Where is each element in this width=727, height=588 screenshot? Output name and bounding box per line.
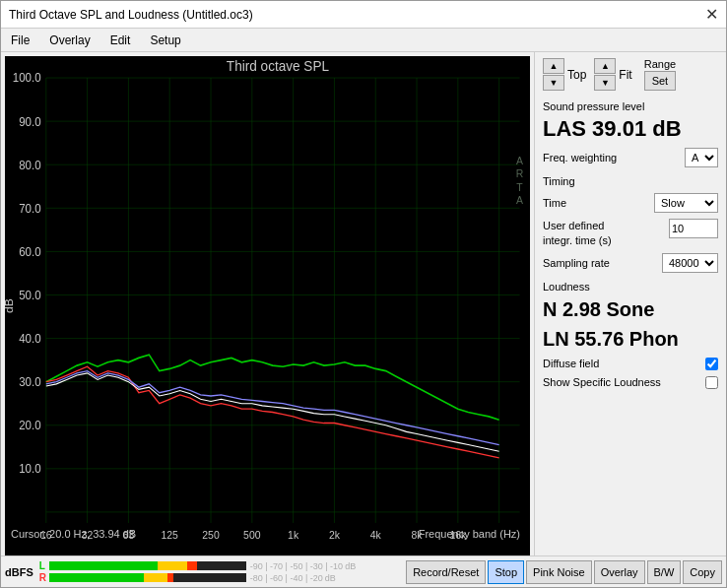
nav-row: ▲ ▼ Top ▲ ▼ Fit Range Set bbox=[543, 58, 718, 91]
show-specific-loudness-label: Show Specific Loudness bbox=[543, 376, 661, 388]
menu-file[interactable]: File bbox=[7, 32, 33, 49]
set-button[interactable]: Set bbox=[644, 71, 676, 91]
fit-up-button[interactable]: ▲ bbox=[594, 58, 616, 74]
svg-text:4k: 4k bbox=[370, 529, 382, 541]
meter-r-ticks: -80 | -60 | -40 | -20 bbox=[250, 573, 323, 583]
top-label: Top bbox=[567, 68, 586, 82]
freq-weighting-select[interactable]: A B C Z bbox=[685, 148, 718, 167]
overlay-button[interactable]: Overlay bbox=[594, 560, 645, 584]
bw-button[interactable]: B/W bbox=[647, 560, 682, 584]
svg-text:30.0: 30.0 bbox=[19, 375, 41, 389]
copy-button[interactable]: Copy bbox=[683, 560, 722, 584]
svg-text:A: A bbox=[516, 194, 524, 206]
svg-rect-0 bbox=[5, 56, 530, 555]
record-reset-button[interactable]: Record/Reset bbox=[406, 560, 486, 584]
title-bar: Third Octave SPL and Loudness (Untitled.… bbox=[1, 1, 726, 29]
bottom-bar: dBFS L -90 | -70 | -50 | -30 | -10 dB R bbox=[1, 555, 726, 587]
user-defined-label: User defined integr. time (s) bbox=[543, 219, 612, 247]
meter-r-db: dB bbox=[325, 573, 336, 583]
stop-button[interactable]: Stop bbox=[488, 560, 524, 584]
diffuse-field-label: Diffuse field bbox=[543, 358, 599, 369]
dbfs-label: dBFS bbox=[5, 566, 33, 578]
diffuse-field-checkbox[interactable] bbox=[705, 358, 718, 370]
range-group: Range Set bbox=[644, 58, 676, 91]
svg-text:90.0: 90.0 bbox=[19, 114, 41, 128]
spl-value: LAS 39.01 dB bbox=[543, 116, 718, 142]
right-panel: ▲ ▼ Top ▲ ▼ Fit Range Set bbox=[534, 52, 726, 555]
close-button[interactable]: ✕ bbox=[705, 7, 718, 23]
fit-down-button[interactable]: ▼ bbox=[594, 75, 616, 91]
time-row: Time Slow Fast Impulse bbox=[543, 193, 718, 213]
menu-bar: File Overlay Edit Setup bbox=[1, 29, 726, 52]
top-up-button[interactable]: ▲ bbox=[543, 58, 564, 74]
top-nav: ▲ ▼ Top bbox=[543, 58, 586, 91]
bottom-buttons: Record/Reset Stop Pink Noise Overlay B/W… bbox=[406, 560, 722, 584]
meter-l-ticks: -90 | -70 | -50 | -30 | -10 bbox=[250, 561, 343, 571]
meter-l-db: dB bbox=[345, 561, 356, 571]
meter-l-bar bbox=[49, 561, 246, 570]
pink-noise-button[interactable]: Pink Noise bbox=[526, 560, 592, 584]
fit-label: Fit bbox=[619, 68, 631, 82]
range-label: Range bbox=[644, 58, 676, 70]
sampling-rate-label: Sampling rate bbox=[543, 257, 610, 269]
show-specific-loudness-checkbox[interactable] bbox=[705, 376, 718, 389]
show-specific-loudness-row: Show Specific Loudness bbox=[543, 376, 718, 389]
window-title: Third Octave SPL and Loudness (Untitled.… bbox=[9, 8, 253, 22]
fit-nav: ▲ ▼ Fit bbox=[594, 58, 631, 91]
meter-r-channel: R bbox=[39, 572, 47, 583]
svg-text:250: 250 bbox=[202, 529, 219, 541]
svg-text:70.0: 70.0 bbox=[19, 201, 41, 215]
freq-weighting-label: Freq. weighting bbox=[543, 152, 617, 163]
timing-section-label: Timing bbox=[543, 175, 718, 187]
top-down-button[interactable]: ▼ bbox=[543, 75, 564, 91]
level-meter: L -90 | -70 | -50 | -30 | -10 dB R -80 |… bbox=[39, 560, 400, 583]
main-content: 100.0 90.0 80.0 70.0 60.0 50.0 40.0 30.0… bbox=[1, 52, 726, 555]
sampling-rate-row: Sampling rate 44100 48000 96000 bbox=[543, 253, 718, 273]
svg-text:100.0: 100.0 bbox=[13, 71, 41, 85]
svg-text:A: A bbox=[516, 155, 524, 166]
svg-text:T: T bbox=[516, 180, 523, 192]
svg-text:Third octave SPL: Third octave SPL bbox=[227, 58, 329, 74]
svg-text:2k: 2k bbox=[329, 529, 341, 541]
meter-r-bar bbox=[49, 573, 246, 582]
chart-svg: 100.0 90.0 80.0 70.0 60.0 50.0 40.0 30.0… bbox=[5, 56, 530, 555]
freq-band-text: Frequency band (Hz) bbox=[419, 528, 520, 540]
svg-text:500: 500 bbox=[243, 529, 260, 541]
menu-overlay[interactable]: Overlay bbox=[45, 32, 94, 49]
svg-text:R: R bbox=[516, 167, 524, 179]
svg-text:80.0: 80.0 bbox=[19, 158, 41, 171]
loudness-value-2: LN 55.76 Phon bbox=[543, 326, 718, 352]
time-select[interactable]: Slow Fast Impulse bbox=[654, 193, 718, 213]
svg-text:40.0: 40.0 bbox=[19, 332, 41, 346]
chart-wrapper: 100.0 90.0 80.0 70.0 60.0 50.0 40.0 30.0… bbox=[1, 52, 534, 555]
diffuse-field-row: Diffuse field bbox=[543, 358, 718, 370]
user-defined-row: User defined integr. time (s) bbox=[543, 219, 718, 247]
main-window: Third Octave SPL and Loudness (Untitled.… bbox=[0, 0, 727, 588]
menu-setup[interactable]: Setup bbox=[146, 32, 184, 49]
spl-section-label: Sound pressure level bbox=[543, 100, 718, 112]
meter-l-channel: L bbox=[39, 560, 47, 571]
svg-text:50.0: 50.0 bbox=[19, 289, 41, 302]
meter-l-row: L -90 | -70 | -50 | -30 | -10 dB bbox=[39, 560, 400, 571]
user-defined-input[interactable] bbox=[669, 219, 718, 238]
svg-text:10.0: 10.0 bbox=[19, 462, 41, 476]
cursor-text: Cursor: 20.0 Hz, 33.94 dB bbox=[11, 528, 136, 540]
menu-edit[interactable]: Edit bbox=[106, 32, 135, 49]
sampling-rate-select[interactable]: 44100 48000 96000 bbox=[662, 253, 718, 273]
loudness-value-1: N 2.98 Sone bbox=[543, 296, 718, 322]
chart-container: 100.0 90.0 80.0 70.0 60.0 50.0 40.0 30.0… bbox=[5, 56, 530, 555]
svg-text:60.0: 60.0 bbox=[19, 245, 41, 259]
svg-text:dB: dB bbox=[5, 298, 16, 313]
freq-weighting-row: Freq. weighting A B C Z bbox=[543, 148, 718, 167]
svg-text:20.0: 20.0 bbox=[19, 419, 41, 432]
svg-text:1k: 1k bbox=[288, 529, 299, 541]
loudness-section-label: Loudness bbox=[543, 281, 718, 293]
svg-text:125: 125 bbox=[161, 529, 177, 541]
time-label: Time bbox=[543, 197, 566, 209]
meter-r-row: R -80 | -60 | -40 | -20 dB bbox=[39, 572, 400, 583]
